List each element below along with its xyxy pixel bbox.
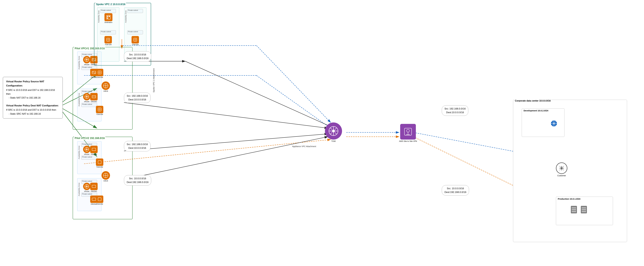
callout-3-line1: Src: 192.168.0.0/16 <box>127 143 148 146</box>
callout-1: Src: 10.0.0.0/16 Dest:192.168.0.0/16 <box>124 51 151 62</box>
vrouter-icon-vpc1-az1: vRouter <box>83 56 90 65</box>
tgweni-icon-spoke-az1: TGW ENI <box>104 36 112 45</box>
pilot-vpc2-az2-label: Availability Zone <box>78 183 80 196</box>
svg-rect-68 <box>109 16 110 17</box>
tgweni-icon-vpc2-az1: TGW ENI <box>96 159 103 168</box>
svg-point-34 <box>94 73 95 73</box>
callout-5-line1: Src: 10.0.0.0/16 <box>127 177 148 180</box>
gwlbe1-icon-vpc1-az2: GWLBe1 <box>90 93 98 102</box>
svg-line-17 <box>124 134 328 151</box>
pilot-vpc1-az2-label: Availability Zone <box>78 93 80 106</box>
svg-point-41 <box>86 96 87 97</box>
svg-point-29 <box>93 59 93 59</box>
server-icons <box>570 205 588 214</box>
corporate-datacenter-box: Corporate data center 10.0.0.0/16 Develo… <box>513 100 627 242</box>
tgweni-icon-vpc2-az2: TGW ENI <box>96 196 103 205</box>
svg-rect-104 <box>582 208 586 208</box>
policy-source-detail: - Static NAT DST to 192.168.16 <box>9 96 60 100</box>
svg-rect-100 <box>572 208 576 208</box>
gwlbe2-icon-vpc2-az1: GWLBe2 <box>90 146 98 155</box>
tgw-central-icon: TGW <box>325 122 342 142</box>
svg-point-87 <box>406 129 410 132</box>
callout-1-line1: Src: 10.0.0.0/16 <box>127 53 148 56</box>
callout-1-line2: Dest:192.168.0.0/16 <box>127 56 148 60</box>
svg-rect-102 <box>572 211 576 212</box>
vpn-icon: AWS Site to Site VPN <box>399 124 417 142</box>
policy-dest-detail: - Static SRC NAT to 192.168.16 <box>9 112 60 116</box>
pilot-vpc2-label: Pilot VPC#2 192.168.0/16 <box>74 137 105 140</box>
policy-source-title: Virtual Router Policy Source NAT Configu… <box>6 80 60 88</box>
dev-subnet-box: Development 10.0.2.0/24 <box>522 108 564 137</box>
prod-subnet-label: Production 10.0.1.0/24 <box>558 198 580 200</box>
policy-dest-title: Virtual Router Policy Dest NAT Configura… <box>6 104 60 108</box>
svg-point-33 <box>93 71 93 72</box>
callout-ru-line2: Dest:10.0.0.0/16 <box>444 111 466 114</box>
callout-ru-line1: Src: 192.168.0.0/16 <box>444 107 466 111</box>
svg-line-82 <box>330 128 332 130</box>
customer-gateway-icon: Customer <box>556 163 567 177</box>
callout-2-line1: Src: 192.168.0.0/16 <box>127 94 148 98</box>
gwlbe1-icon-vpc2-az2: GWLBe1 <box>90 183 98 192</box>
svg-rect-55 <box>98 161 101 164</box>
pilot-vpc1-az1-label: Availability Zone <box>78 56 80 69</box>
vrouter-icon-vpc1-az2: vRouter <box>83 93 90 102</box>
callout-5-line2: Dest:192.168.0.0/16 <box>127 180 148 184</box>
policy-dest-rule1: If SRC is 10.0.0.0/16 and DST is 10.0.0.… <box>6 108 60 112</box>
appliance-vpc-attachment-label: Appliance VPC Attachment <box>292 145 316 148</box>
tgweni-icon-vpc1-az1: TGW ENI <box>96 69 103 78</box>
svg-point-26 <box>86 59 87 60</box>
svg-line-85 <box>330 132 332 134</box>
svg-point-59 <box>86 186 87 187</box>
svg-line-7 <box>256 45 330 122</box>
svg-rect-105 <box>582 209 586 210</box>
svg-rect-67 <box>107 16 108 17</box>
dev-router-icon <box>550 120 558 127</box>
spoke-vpc2-attachment-label: Spoke VPC 2 Attachment <box>152 68 155 92</box>
callout-2-line2: Dest:10.0.0.0/16 <box>127 98 148 102</box>
tgweni-icon-spoke-az2: TGW ENI <box>132 36 139 45</box>
dev-subnet-label: Development 10.0.2.0/24 <box>524 109 548 112</box>
callout-right-lower: Src: 10.0.0.0/16 Dest:192.168.0.0/16 <box>442 185 469 196</box>
callout-right-upper: Src: 192.168.0.0/16 Dest:10.0.0.0/16 <box>442 105 468 116</box>
svg-rect-106 <box>582 211 586 212</box>
svg-line-18 <box>124 137 328 179</box>
svg-rect-101 <box>572 209 576 210</box>
callout-rl-line1: Src: 10.0.0.0/16 <box>444 187 466 190</box>
svg-rect-60 <box>92 185 96 188</box>
gwlb-icon-vpc1: GWLB <box>102 81 110 92</box>
prod-subnet-box: Production 10.0.1.0/24 <box>556 197 613 225</box>
callout-5: Src: 10.0.0.0/16 Dest:192.168.0.0/16 <box>124 175 151 186</box>
svg-line-5 <box>256 75 330 128</box>
svg-rect-61 <box>92 198 96 201</box>
vrouter-icon-vpc2-az2: vRouter <box>83 183 90 192</box>
svg-line-83 <box>335 132 337 134</box>
corporate-label: Corporate data center 10.0.0.0/16 <box>514 100 551 102</box>
tgweni-icon-vpc1-az2: TGW ENI <box>96 106 103 115</box>
policy-config-box: Virtual Router Policy Source NAT Configu… <box>3 77 63 118</box>
callout-rl-line2: Dest:192.168.0.0/16 <box>444 190 466 194</box>
pilot-vpc2-az1-label: Availability Zone <box>78 146 80 159</box>
svg-line-16 <box>124 102 328 128</box>
callout-2: Src: 192.168.0.0/16 Dest:10.0.0.0/16 <box>124 93 150 103</box>
policy-source-rule1: If SRC is 10.0.0.0/16 and DST is 192.168… <box>6 88 60 96</box>
svg-line-84 <box>335 128 337 130</box>
callout-3: Src: 192.168.0.0/16 Dest:10.0.0.0/16 <box>124 141 150 151</box>
pilot-vpc2-box: Pilot VPC#2 192.168.0/16 Availability Zo… <box>73 137 132 219</box>
gwlb-icon-vpc2: GWLB <box>102 171 110 182</box>
vrouter-icon-vpc2-az1: vRouter <box>83 146 90 155</box>
svg-rect-54 <box>92 148 96 151</box>
svg-rect-62 <box>98 198 101 201</box>
callout-3-line2: Dest:10.0.0.0/16 <box>127 146 148 150</box>
svg-rect-69 <box>107 17 108 19</box>
svg-point-77 <box>332 130 335 132</box>
spoke-vpc2-label: Spoke VPC 2 10.0.0.0/16 <box>96 3 126 6</box>
svg-line-15 <box>185 61 328 125</box>
svg-point-53 <box>86 149 87 150</box>
ec2-destination-icon: Destination <box>104 13 112 23</box>
